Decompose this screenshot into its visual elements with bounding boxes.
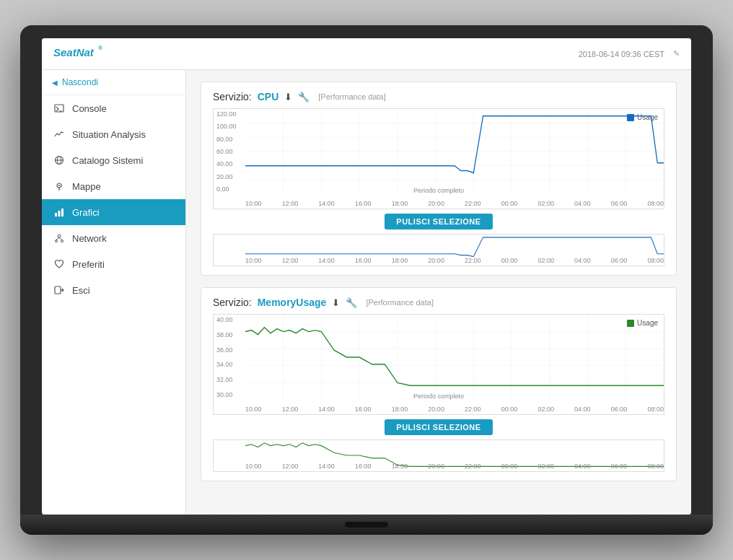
grafici-label: Grafici (72, 207, 100, 218)
situation-icon (53, 128, 65, 140)
grafici-icon (53, 206, 65, 218)
console-label: Console (72, 103, 107, 114)
memory-chart-main: Usage 40.00 38.00 36.00 34.00 32.00 30.0… (213, 314, 664, 415)
memory-y-labels: 40.00 38.00 36.00 34.00 32.00 30.00 (214, 315, 245, 400)
svg-point-14 (56, 240, 58, 242)
memory-download-icon[interactable]: ⬇ (332, 297, 340, 308)
top-bar: SeatNat ® 2018-06-14 09:36 CEST ✎ (42, 38, 691, 70)
catalogo-label: Catalogo Sistemi (72, 155, 143, 166)
svg-rect-11 (58, 211, 61, 216)
cpu-periodo-label: Periodo completo (413, 187, 464, 194)
situation-label: Situation Analysis (72, 129, 146, 140)
hide-label: Nascondi (62, 77, 98, 87)
sidebar-item-preferiti[interactable]: Preferiti (42, 251, 185, 277)
cpu-chart-main: Usage 120.00 100.00 80.00 60.00 40.00 20… (213, 108, 664, 209)
memory-periodo-label: Periodo completo (413, 393, 464, 400)
settings-icon[interactable]: ✎ (673, 49, 680, 58)
cpu-perf-data: [Performance data] (318, 92, 386, 101)
catalogo-icon (53, 154, 65, 166)
cpu-service-name: CPU (258, 91, 279, 102)
cpu-chart-section: Servizio: CPU ⬇ 🔧 [Performance data] Usa… (201, 82, 677, 276)
sidebar-item-console[interactable]: Console (42, 95, 185, 121)
laptop-notch (345, 522, 388, 528)
esci-label: Esci (72, 285, 90, 296)
hide-arrow-icon: ◀ (52, 79, 58, 87)
memory-perf-data: [Performance data] (366, 298, 434, 307)
svg-rect-12 (61, 209, 63, 216)
memory-service-prefix: Servizio: (213, 297, 252, 308)
svg-text:®: ® (98, 45, 102, 51)
memory-x-labels: 10:00 12:00 14:00 16:00 18:00 20:00 22:0… (245, 404, 664, 414)
sidebar: ◀ Nascondi Console Situation Analysi (42, 70, 186, 515)
svg-point-15 (61, 240, 63, 242)
sidebar-item-situation[interactable]: Situation Analysis (42, 121, 185, 147)
svg-point-13 (58, 235, 61, 237)
cpu-chart-header: Servizio: CPU ⬇ 🔧 [Performance data] (213, 91, 664, 102)
svg-line-17 (59, 237, 62, 240)
preferiti-label: Preferiti (72, 259, 105, 270)
cpu-svg-area (245, 109, 664, 194)
content: ◀ Nascondi Console Situation Analysi (42, 70, 691, 515)
sidebar-item-catalogo[interactable]: Catalogo Sistemi (42, 147, 185, 173)
cpu-pulisci-button[interactable]: PULISCI SELEZIONE (385, 214, 492, 229)
laptop-bottom (20, 515, 713, 535)
svg-point-8 (58, 185, 60, 186)
memory-chart-header: Servizio: MemoryUsage ⬇ 🔧 [Performance d… (213, 297, 664, 308)
preferiti-icon (53, 258, 65, 270)
logo: SeatNat ® (53, 44, 111, 64)
console-icon (53, 102, 65, 114)
mappe-icon (53, 180, 65, 192)
network-icon (53, 232, 65, 244)
cpu-service-prefix: Servizio: (213, 91, 252, 102)
app: SeatNat ® 2018-06-14 09:36 CEST ✎ ◀ Nasc… (42, 38, 691, 515)
sidebar-item-esci[interactable]: Esci (42, 277, 185, 303)
screen: SeatNat ® 2018-06-14 09:36 CEST ✎ ◀ Nasc… (42, 38, 691, 515)
esci-icon (53, 284, 65, 296)
svg-line-16 (56, 237, 59, 240)
cpu-y-labels: 120.00 100.00 80.00 60.00 40.00 20.00 0.… (214, 109, 245, 194)
sidebar-item-network[interactable]: Network (42, 225, 185, 251)
memory-service-name: MemoryUsage (258, 297, 327, 308)
main-content: Servizio: CPU ⬇ 🔧 [Performance data] Usa… (186, 70, 691, 515)
datetime: 2018-06-14 09:36 CEST (579, 50, 664, 58)
memory-chart-section: Servizio: MemoryUsage ⬇ 🔧 [Performance d… (201, 287, 677, 481)
top-bar-right: 2018-06-14 09:36 CEST ✎ (579, 49, 680, 58)
cpu-settings-icon[interactable]: 🔧 (298, 92, 310, 102)
svg-rect-10 (55, 213, 57, 216)
svg-rect-18 (55, 286, 61, 294)
sidebar-hide-button[interactable]: ◀ Nascondi (42, 70, 185, 95)
laptop-frame: SeatNat ® 2018-06-14 09:36 CEST ✎ ◀ Nasc… (20, 25, 713, 535)
svg-text:SeatNat: SeatNat (53, 46, 95, 58)
memory-pulisci-button[interactable]: PULISCI SELEZIONE (385, 419, 492, 435)
sidebar-item-mappe[interactable]: Mappe (42, 173, 185, 199)
network-label: Network (72, 233, 107, 244)
memory-svg-area (245, 315, 664, 400)
cpu-x-labels: 10:00 12:00 14:00 16:00 18:00 20:00 22:0… (245, 198, 664, 209)
memory-settings-icon[interactable]: 🔧 (346, 297, 357, 308)
cpu-chart-mini: 10:00 12:00 14:00 16:00 18:00 20:00 22:0… (213, 234, 664, 266)
cpu-download-icon[interactable]: ⬇ (284, 92, 292, 102)
mappe-label: Mappe (72, 181, 101, 192)
memory-chart-mini: 10:00 12:00 14:00 16:00 18:00 20:00 22:0… (213, 439, 664, 472)
sidebar-item-grafici[interactable]: Grafici (42, 199, 185, 225)
